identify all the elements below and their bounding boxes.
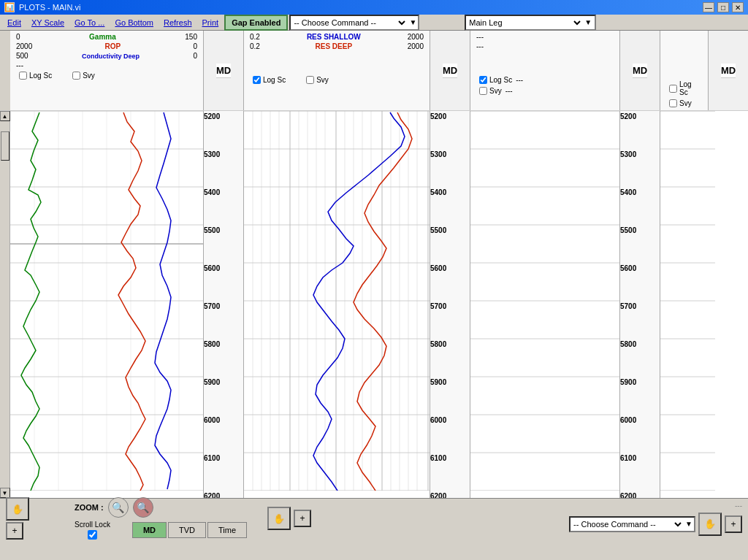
svy-checkbox-center[interactable]: Svy <box>303 75 332 85</box>
menu-edit[interactable]: Edit <box>3 17 26 28</box>
conductivity-row: 500 Conductivity Deep 0 <box>13 51 200 61</box>
tab-tvd[interactable]: TVD <box>168 522 206 538</box>
gap-enabled-button[interactable]: Gap Enabled <box>224 15 288 31</box>
res-deep-row: 0.2 RES DEEP 2000 <box>247 42 427 51</box>
menu-go-bottom[interactable]: Go Bottom <box>110 17 158 28</box>
svy-checkbox-right1[interactable]: Svy --- <box>476 86 516 96</box>
right1-row1: --- <box>473 32 617 42</box>
right2-chart-area <box>660 111 748 498</box>
tab-group: MD TVD Time <box>132 522 247 538</box>
plus-button-left[interactable]: + <box>6 522 23 540</box>
scroll-lock-section: Scroll Lock <box>75 521 110 540</box>
tab-time[interactable]: Time <box>207 522 247 538</box>
maximize-button[interactable]: □ <box>717 2 729 12</box>
menu-print[interactable]: Print <box>198 17 224 28</box>
bottom-choose-command-select[interactable]: -- Choose Command -- <box>570 517 684 532</box>
left-chart-area <box>10 111 204 498</box>
scroll-thumb[interactable] <box>1 131 9 161</box>
res-shallow-label: RES SHALLOW <box>307 33 361 41</box>
right2-md-header: MD <box>721 64 736 78</box>
depth-5800: 5800 <box>204 339 243 377</box>
app-icon: 📊 <box>4 2 15 12</box>
svy-checkbox-right2[interactable]: Svy <box>666 99 695 108</box>
zoom-out-icon[interactable]: 🔍 <box>133 497 153 518</box>
choose-command-select[interactable]: -- Choose Command -- <box>291 15 408 30</box>
main-leg-dropdown[interactable]: Main Leg ▼ <box>465 15 596 31</box>
bottom-choose-command-dropdown[interactable]: -- Choose Command -- ▼ <box>569 516 695 532</box>
tab-md[interactable]: MD <box>132 522 167 538</box>
left-panel-header: 0 Gamma 150 <box>13 32 200 42</box>
menu-go-to[interactable]: Go To ... <box>70 17 109 28</box>
scroll-lock-label: Scroll Lock <box>75 521 110 529</box>
log-scale-checkbox-right2[interactable]: Log Sc <box>666 80 702 97</box>
zoom-in-icon[interactable]: 🔍 <box>108 497 129 518</box>
minimize-button[interactable]: — <box>703 2 714 12</box>
bottom-dots: --- <box>735 502 742 510</box>
bottom-bar: ✋ + ZOOM : 🔍 🔍 Scroll Lock MD TVD Time <box>0 498 748 538</box>
right1-row2: --- <box>473 42 617 51</box>
right1-chart-area <box>470 111 620 498</box>
center-chart-area <box>244 111 430 498</box>
plus-button-right[interactable]: + <box>725 515 742 533</box>
close-button[interactable]: ✕ <box>732 2 744 12</box>
conductivity-label: Conductivity Deep <box>82 53 140 60</box>
title-bar: 📊 PLOTS - MAIN.vi — □ ✕ <box>0 0 748 15</box>
depth-6000: 6000 <box>204 415 243 453</box>
depth-5300: 5300 <box>204 149 243 187</box>
rop-row: 2000 ROP 0 <box>13 42 200 51</box>
left-md-header: MD <box>216 64 231 78</box>
depth-5200: 5200 <box>204 111 243 149</box>
res-deep-label: RES DEEP <box>316 42 353 50</box>
vertical-scrollbar[interactable]: ▲ ▼ <box>0 111 10 498</box>
menu-bar: Edit XY Scale Go To ... Go Bottom Refres… <box>0 15 748 31</box>
pan-tool-button[interactable]: ✋ <box>6 497 29 521</box>
pan-tool-button-center[interactable]: ✋ <box>267 507 291 530</box>
depth-5400: 5400 <box>204 187 243 225</box>
depth-5500: 5500 <box>204 225 243 263</box>
scroll-up-arrow[interactable]: ▲ <box>0 111 10 121</box>
scroll-lock-checkbox[interactable] <box>88 530 97 540</box>
svy-checkbox-left[interactable]: Svy <box>69 71 98 80</box>
rop-label: ROP <box>105 42 121 50</box>
zoom-label: ZOOM : <box>75 503 104 512</box>
menu-xy-scale[interactable]: XY Scale <box>27 17 69 28</box>
depth-6100: 6100 <box>204 453 243 491</box>
res-shallow-row: 0.2 RES SHALLOW 2000 <box>247 32 427 42</box>
main-leg-select[interactable]: Main Leg <box>466 15 583 30</box>
depth-5900: 5900 <box>204 377 243 415</box>
center-md-header: MD <box>443 64 457 78</box>
zoom-section: ZOOM : 🔍 🔍 <box>75 497 247 518</box>
empty-row: --- <box>13 61 200 70</box>
pan-tool-button-right[interactable]: ✋ <box>698 513 722 536</box>
plus-button-center[interactable]: + <box>294 510 311 527</box>
gamma-label: Gamma <box>89 33 116 41</box>
depth-5600: 5600 <box>204 263 243 301</box>
right1-md-header: MD <box>633 64 647 78</box>
log-scale-checkbox-right1[interactable]: Log Sc --- <box>476 75 526 85</box>
left-depth-scale: 5200 5300 5400 5500 5600 5700 5800 5900 … <box>204 111 244 498</box>
window-title: PLOTS - MAIN.vi <box>19 3 80 12</box>
right1-depth-scale: 5200 5300 5400 5500 5600 5700 5800 5900 … <box>430 111 470 498</box>
right2-depth-scale: 5200 5300 5400 5500 5600 5700 5800 5900 … <box>620 111 660 498</box>
depth-5700: 5700 <box>204 301 243 339</box>
log-scale-checkbox-left[interactable]: Log Sc <box>16 71 55 80</box>
scroll-down-arrow[interactable]: ▼ <box>0 488 10 498</box>
menu-refresh[interactable]: Refresh <box>159 17 196 28</box>
log-scale-checkbox-center[interactable]: Log Sc <box>250 75 289 85</box>
choose-command-dropdown[interactable]: -- Choose Command -- ▼ <box>289 15 419 31</box>
